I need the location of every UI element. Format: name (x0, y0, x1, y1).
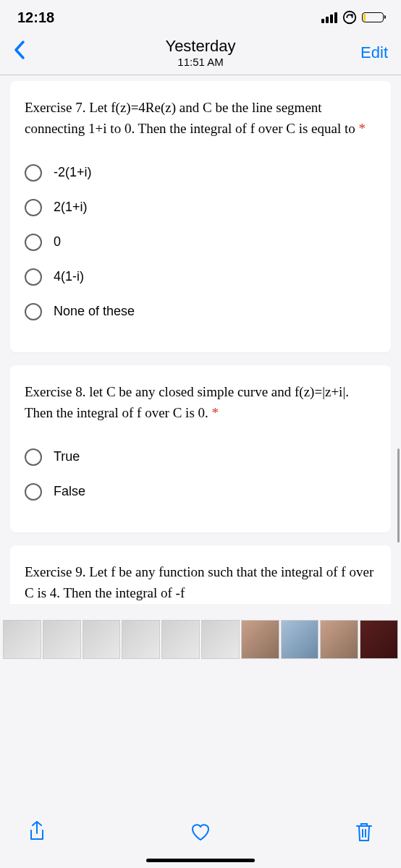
favorite-button[interactable] (190, 821, 211, 843)
thumbnail[interactable] (122, 620, 160, 659)
signal-icon (321, 12, 337, 23)
q8-option-false[interactable]: False (25, 475, 376, 509)
option-label: 2(1+i) (54, 200, 88, 215)
question-9-card: Exercise 9. Let f be any function such t… (10, 545, 391, 604)
radio-icon (25, 303, 42, 320)
question-9-text: Exercise 9. Let f be any function such t… (25, 561, 376, 604)
option-label: None of these (54, 304, 135, 319)
status-time: 12:18 (17, 9, 54, 26)
edit-button[interactable]: Edit (360, 43, 388, 62)
q7-option-a[interactable]: -2(1+i) (25, 156, 376, 190)
svg-point-0 (344, 12, 356, 24)
radio-icon (25, 199, 42, 216)
nav-subtitle: 11:51 AM (165, 56, 235, 68)
option-label: 4(1-i) (54, 269, 84, 284)
required-star: * (212, 405, 219, 420)
q7-option-e[interactable]: None of these (25, 294, 376, 329)
question-8-card: Exercise 8. let C be any closed simple c… (10, 365, 391, 532)
delete-button[interactable] (353, 821, 375, 843)
thumbnail[interactable] (241, 620, 279, 659)
thumbnail[interactable] (161, 620, 200, 659)
radio-icon (25, 268, 42, 286)
thumbnail[interactable] (320, 620, 358, 659)
required-star: * (359, 121, 366, 136)
option-label: False (54, 484, 85, 499)
nav-header: Yesterday 11:51 AM Edit (0, 32, 401, 75)
thumbnail[interactable] (360, 620, 398, 659)
share-button[interactable] (26, 821, 48, 843)
question-7-card: Exercise 7. Let f(z)=4Re(z) and C be the… (10, 81, 391, 352)
question-8-text: Exercise 8. let C be any closed simple c… (25, 381, 376, 424)
q7-option-c[interactable]: 0 (25, 225, 376, 260)
option-label: -2(1+i) (54, 165, 92, 180)
back-button[interactable] (13, 39, 26, 66)
scroll-indicator[interactable] (397, 448, 400, 542)
status-bar: 12:18 (0, 0, 401, 32)
thumbnail[interactable] (201, 620, 240, 659)
q7-option-b[interactable]: 2(1+i) (25, 190, 376, 225)
option-label: True (54, 449, 80, 464)
home-indicator[interactable] (146, 859, 255, 862)
radio-icon (25, 483, 42, 501)
orientation-lock-icon (342, 9, 358, 25)
content-scroll[interactable]: Exercise 7. Let f(z)=4Re(z) and C be the… (0, 81, 401, 659)
thumbnail[interactable] (83, 620, 121, 659)
question-7-text: Exercise 7. Let f(z)=4Re(z) and C be the… (25, 97, 376, 140)
option-label: 0 (54, 234, 61, 250)
radio-icon (25, 164, 42, 182)
bottom-toolbar (0, 807, 401, 868)
thumbnail[interactable] (3, 620, 41, 659)
nav-title: Yesterday (165, 37, 235, 56)
photo-thumbnail-strip[interactable] (0, 620, 401, 659)
battery-icon (362, 12, 384, 22)
radio-icon (25, 234, 42, 251)
thumbnail[interactable] (43, 620, 81, 659)
status-indicators (321, 9, 384, 25)
thumbnail[interactable] (281, 620, 319, 659)
radio-icon (25, 448, 42, 466)
q7-option-d[interactable]: 4(1-i) (25, 260, 376, 294)
q8-option-true[interactable]: True (25, 440, 376, 475)
nav-title-group: Yesterday 11:51 AM (165, 37, 235, 68)
